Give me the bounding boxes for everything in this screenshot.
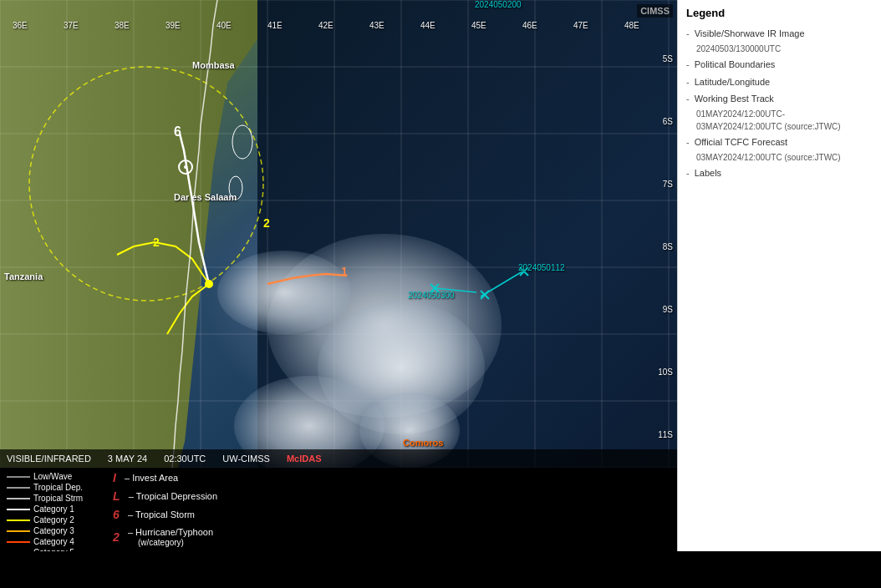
legend-line-cat2 [7, 520, 30, 521]
track-label-2024050200: 2024050200 [475, 0, 522, 9]
legend-line-low [7, 476, 30, 478]
legend-text-cat1: Category 1 [33, 504, 74, 514]
map-info-bar: VISIBLE/INFRARED 3 MAY 24 02:30UTC UW-CI… [0, 449, 677, 468]
track-label-2024050112: 2024050112 [518, 263, 565, 272]
legend-political-text: Political Boundaries [695, 58, 776, 70]
legend-cat2: Category 2 [7, 515, 83, 525]
cloud-blob-north [217, 251, 351, 334]
lon-label-43e: 43E [369, 21, 384, 30]
legend-line-td [7, 487, 30, 489]
bottom-legend: Low/Wave Tropical Dep. Tropical Strm Cat… [0, 468, 677, 551]
cimss-logo: CIMSS [637, 4, 673, 18]
legend-tropical-strm: Tropical Strm [7, 494, 83, 503]
lat-label-9s: 9S [663, 305, 673, 314]
legend-text-td: Tropical Dep. [33, 483, 83, 492]
legend-label-td: – Tropical Depression [129, 491, 217, 501]
legend-tropical-dep: Tropical Dep. [7, 483, 83, 492]
legend-dash-3: - [686, 76, 690, 88]
legend-cat4: Category 4 [7, 537, 83, 546]
legend-track-lines: Low/Wave Tropical Dep. Tropical Strm Cat… [7, 472, 83, 551]
legend-latlng-text: Latitude/Longitude [695, 76, 771, 88]
right-panel: Legend - Visible/Shorwave IR Image 20240… [677, 0, 881, 551]
map-date-label: 3 MAY 24 [108, 454, 147, 464]
legend-low-wave: Low/Wave [7, 472, 83, 481]
lon-label-39e: 39E [166, 21, 181, 30]
legend-td-symbol: L – Tropical Depression [113, 490, 217, 502]
map-time-label: 02:30UTC [164, 454, 206, 464]
legend-dash-2: - [686, 58, 690, 70]
lon-label-45e: 45E [471, 21, 486, 30]
lon-label-36e: 36E [13, 21, 28, 30]
lon-label-47e: 47E [573, 21, 588, 30]
legend-cat5: Category 5 [7, 548, 83, 551]
legend-symbol-td: L [113, 490, 120, 502]
legend-visible-ir-text: Visible/Shorwave IR Image [695, 28, 805, 39]
legend-dash-1: - [686, 28, 690, 39]
region-tanzania: Tanzania [4, 271, 43, 281]
map-branding-label: McIDAS [287, 454, 322, 464]
lat-label-6s: 6S [663, 117, 673, 126]
lon-label-41e: 41E [267, 21, 283, 30]
legend-dash-6: - [686, 167, 690, 179]
legend-best-track-date1: 01MAY2024/12:00UTC- [696, 109, 873, 119]
region-comoros: Comoros [403, 438, 443, 448]
legend-ts-symbol: 6 – Tropical Storm [113, 509, 217, 520]
legend-latlng: - Latitude/Longitude [686, 76, 873, 88]
lon-label-40e: 40E [216, 21, 232, 30]
legend-text-cat3: Category 3 [33, 526, 74, 535]
legend-symbol-ts: 6 [113, 509, 120, 520]
lat-label-5s: 5S [663, 54, 673, 63]
lat-label-7s: 7S [663, 180, 673, 189]
legend-visible-ir: - Visible/Shorwave IR Image [686, 28, 873, 39]
legend-label-invest: – Invest Area [125, 473, 178, 483]
lon-label-44e: 44E [420, 21, 435, 30]
legend-symbol-invest: I [113, 472, 116, 484]
lon-label-38e: 38E [115, 21, 130, 30]
image-type-label: VISIBLE/INFRARED [7, 454, 91, 464]
legend-panel-title: Legend [686, 7, 873, 19]
legend-best-track-date2: 03MAY2024/12:00UTC (source:JTWC) [696, 122, 873, 131]
legend-line-cat3 [7, 530, 30, 532]
legend-timestamp: 20240503/130000UTC [696, 44, 873, 53]
legend-label-hurricane: – Hurricane/Typhoon(w/category) [128, 527, 213, 547]
legend-line-cat4 [7, 541, 30, 543]
lon-label-37e: 37E [64, 21, 79, 30]
legend-hurricane-symbol: 2 – Hurricane/Typhoon(w/category) [113, 527, 217, 547]
lon-label-48e: 48E [624, 21, 639, 30]
city-dar-es-salaam: Dar es Salaam [174, 192, 237, 202]
legend-text-cat2: Category 2 [33, 515, 74, 525]
legend-text-cat4: Category 4 [33, 537, 74, 546]
legend-text-ts: Tropical Strm [33, 494, 83, 503]
main-container: 6 2 2 1 36E 37E 38E 39E 40E 41E 42E 43E [0, 0, 881, 588]
legend-symbol-hurricane: 2 [113, 531, 120, 543]
legend-labels-text: Labels [695, 167, 721, 179]
legend-best-track-text: Working Best Track [695, 93, 774, 104]
legend-political: - Political Boundaries [686, 58, 873, 70]
legend-symbols: I – Invest Area L – Tropical Depression … [113, 472, 217, 547]
legend-text-cat5: Category 5 [33, 548, 74, 551]
legend-forecast-date: 03MAY2024/12:00UTC (source:JTWC) [696, 153, 873, 162]
legend-text-low: Low/Wave [33, 472, 72, 481]
legend-dash-5: - [686, 136, 690, 148]
legend-line-ts [7, 498, 30, 499]
lat-label-10s: 10S [658, 368, 673, 377]
lat-label-8s: 8S [663, 242, 673, 251]
legend-label-ts: – Tropical Storm [128, 509, 195, 520]
map-area: 6 2 2 1 36E 37E 38E 39E 40E 41E 42E 43E [0, 0, 677, 551]
legend-dash-4: - [686, 93, 690, 104]
lat-label-11s: 11S [658, 430, 673, 439]
lon-label-42e: 42E [318, 21, 334, 30]
legend-best-track: - Working Best Track [686, 93, 873, 104]
legend-official-forecast: - Official TCFC Forecast [686, 136, 873, 148]
city-mombasa: Mombasa [192, 60, 235, 70]
map-source-label: UW-CIMSS [222, 454, 270, 464]
track-label-2024050300: 2024050300 [408, 291, 455, 300]
legend-line-cat1 [7, 509, 30, 510]
legend-cat3: Category 3 [7, 526, 83, 535]
lon-label-46e: 46E [522, 21, 537, 30]
legend-invest: I – Invest Area [113, 472, 217, 484]
legend-official-forecast-text: Official TCFC Forecast [695, 136, 787, 148]
legend-labels: - Labels [686, 167, 873, 179]
legend-cat1: Category 1 [7, 504, 83, 514]
